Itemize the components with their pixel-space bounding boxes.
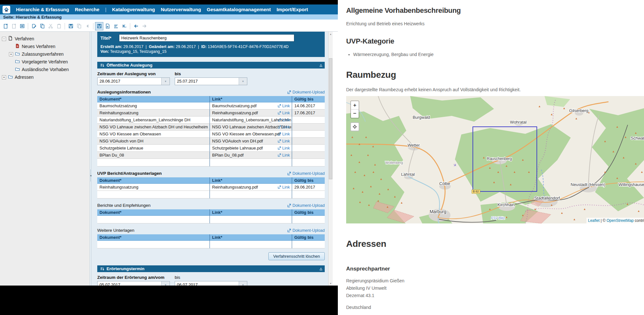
link-anchor[interactable]: Link [278, 152, 290, 158]
register-list-button[interactable] [18, 22, 26, 30]
column-header: Gültig bis [292, 234, 325, 241]
dokument-upload-link[interactable]: Dokument-Upload [287, 203, 325, 208]
nav-item-import-export[interactable]: Import/Export [276, 7, 308, 12]
chevron-down-icon[interactable]: ▼ [161, 281, 170, 286]
tree-indent [9, 60, 13, 64]
doc-group-title: UVP Bericht/Antragsunterlagen [97, 171, 162, 176]
delete-step-button[interactable]: Verfahrensschritt löschen [268, 252, 325, 260]
link-icon [278, 104, 281, 108]
chevron-down-icon[interactable]: ▼ [239, 78, 247, 85]
title-input[interactable] [119, 34, 294, 42]
tree-item-vorgelagerte-verfahren[interactable]: Vorgelagerte Verfahren [2, 58, 90, 66]
collapse-chevron-icon[interactable]: △ [320, 267, 322, 271]
osm-link[interactable]: OpenStreetMap [607, 218, 634, 223]
peak-marker-icon: ▲ [377, 199, 380, 202]
peak-marker-icon: ▲ [489, 166, 491, 169]
history-back-button[interactable] [132, 22, 140, 30]
link-anchor[interactable]: Link [278, 109, 290, 116]
link-anchor[interactable]: Link [278, 102, 290, 109]
upload-icon [287, 229, 291, 232]
peak-marker-icon: ▲ [538, 105, 541, 108]
peak-marker-icon: ▲ [358, 160, 361, 164]
tree-item-ausländische-vorhaben[interactable]: Ausländische Vorhaben [2, 66, 90, 73]
doc-table: Dokument*Link*Gültig bisReinhaltungssatz… [97, 177, 325, 198]
map-place-label: Gilserberg [569, 108, 588, 113]
form-area: Titel* Erstellt am: 29.06.2017 | Geänder… [91, 32, 328, 286]
peak-marker-icon: ▲ [489, 207, 491, 211]
tree-item-zulassungsverfahren[interactable]: +Zulassungsverfahren [2, 50, 90, 58]
expander-plus-icon[interactable]: + [2, 75, 6, 79]
section-eroerterungstermin[interactable]: Erörterungstermin △ [97, 265, 325, 272]
paste-button [55, 22, 63, 30]
chevron-down-icon[interactable]: ▼ [161, 78, 170, 85]
link-anchor[interactable]: Link [278, 138, 290, 144]
scrollbar-thumb[interactable] [329, 58, 332, 179]
collapse-chevron-icon[interactable]: △ [320, 63, 322, 67]
peak-marker-icon: ▲ [583, 207, 586, 211]
peak-marker-icon: ▲ [561, 211, 563, 214]
home-button[interactable] [3, 6, 10, 13]
edit-document-button[interactable] [30, 22, 38, 30]
peak-marker-icon: ▲ [626, 202, 629, 206]
peak-marker-icon: ▲ [358, 142, 361, 146]
folder-icon [8, 74, 13, 80]
leaflet-link[interactable]: Leaflet [588, 218, 600, 223]
cell-gueltig [292, 124, 325, 131]
peak-marker-icon: ▲ [550, 203, 553, 206]
map-canvas[interactable]: ✈ ▲▲▲▲▲▲▲▲▲▲▲▲▲▲▲▲▲▲▲▲▲▲▲▲▲▲▲▲▲▲▲▲▲▲▲▲▲▲… [346, 96, 644, 223]
link-anchor[interactable]: Link [278, 124, 290, 130]
nav-item-hierarchie-erfassung[interactable]: Hierarchie & Erfassung [16, 7, 69, 12]
export-excel-button[interactable] [103, 22, 112, 30]
save-register-button[interactable] [95, 22, 103, 30]
expander-plus-icon[interactable]: + [9, 52, 13, 56]
peak-marker-icon: ▲ [634, 131, 637, 134]
section-oeffentliche-auslegung[interactable]: Öffentliche Auslegung △ [97, 62, 325, 69]
kategorie-item: Wärmeerzeugung, Bergbau und Energie [353, 51, 644, 58]
link-anchor[interactable]: Link [278, 117, 290, 123]
tree-panel: −VerfahrenNeues Verfahren+Zulassungsverf… [0, 32, 90, 286]
link-anchor[interactable]: Link [278, 131, 290, 137]
zoom-in-button[interactable]: + [351, 101, 359, 109]
table-empty-row [97, 216, 325, 223]
form-scrollbar[interactable]: ▲ ▼ [328, 32, 333, 286]
cell-link: Reinhaltungssatzung.pdfLink [210, 109, 292, 117]
cell-gueltig: 17.06.2017 [292, 109, 325, 117]
tree-item-neues-verfahren[interactable]: Neues Verfahren [2, 43, 90, 50]
zoom-out-button[interactable]: − [351, 109, 359, 118]
column-header: Gültig bis [292, 209, 325, 216]
map-place-label: Burgwald [413, 115, 430, 120]
catalog-k-button[interactable] [120, 22, 128, 30]
copy-document-button[interactable] [38, 22, 46, 30]
link-anchor[interactable]: Link [278, 184, 290, 190]
eroerterung-to-datepicker[interactable]: 06.07.2017 ▼ [175, 281, 247, 286]
new-document-button[interactable] [1, 22, 10, 30]
peak-marker-icon: ▲ [370, 185, 372, 188]
dokument-upload-link[interactable]: Dokument-Upload [287, 90, 325, 94]
eroerterung-from-datepicker[interactable]: 05.07.2017 ▼ [97, 281, 170, 286]
chevron-down-icon[interactable]: ▼ [239, 281, 247, 286]
cell-link: NSG VO Lahnaue zwischen Atzbach DH und H… [210, 124, 292, 131]
dokument-upload-link[interactable]: Dokument-Upload [287, 228, 325, 233]
locate-button[interactable] [350, 122, 359, 131]
dokument-upload-link[interactable]: Dokument-Upload [287, 171, 325, 176]
folder-icon [15, 51, 20, 57]
doc-group-title: Auslegungsinformationen [97, 90, 151, 94]
sort-list-button[interactable] [112, 22, 120, 30]
scroll-up-icon[interactable]: ▲ [329, 32, 333, 36]
raumbezug-heading: Raumbezug [346, 70, 644, 80]
auslegung-from-datepicker[interactable]: 28.06.2017 ▼ [97, 77, 170, 85]
expander-minus-icon[interactable]: − [2, 37, 6, 41]
nav-item-katalogverwaltung[interactable]: Katalogverwaltung [112, 7, 155, 12]
nav-item-nutzerverwaltung[interactable]: Nutzerverwaltung [161, 7, 201, 12]
tree-item-adressen[interactable]: +Adressen [2, 73, 90, 81]
scroll-down-icon[interactable]: ▼ [329, 281, 333, 286]
upload-icon [287, 204, 291, 207]
auslegung-to-datepicker[interactable]: 25.07.2017 ▼ [175, 77, 247, 85]
cell-link: NSG VO Kiessee am Oberwasen.pdfLink [210, 131, 292, 138]
save-button[interactable] [67, 22, 75, 30]
tree-item-verfahren[interactable]: −Verfahren [2, 35, 90, 43]
nav-item-gesamtkatalogmanagement[interactable]: Gesamtkatalogmanagement [207, 7, 271, 12]
nav-item-recherche[interactable]: Recherche [75, 7, 99, 12]
eroerterung-from-label: Zeitraum der Erörterung am/vom [97, 275, 175, 280]
link-anchor[interactable]: Link [278, 145, 290, 151]
